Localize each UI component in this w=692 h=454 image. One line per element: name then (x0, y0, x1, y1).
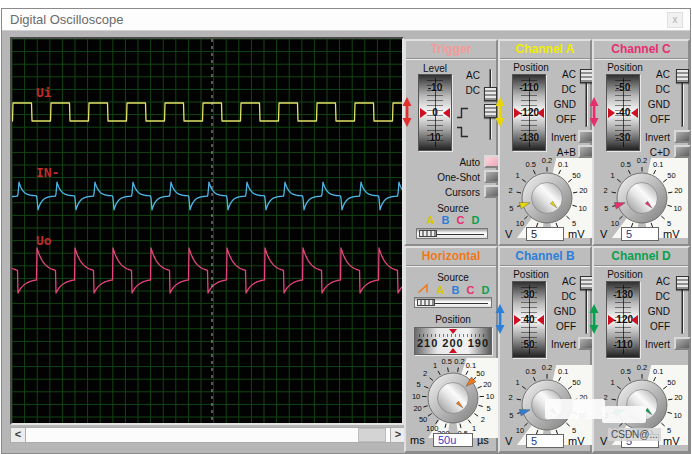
svg-text:Uo: Uo (36, 233, 52, 248)
channel-d-title: Channel D (594, 249, 688, 266)
svg-text:0.2: 0.2 (637, 365, 647, 372)
watermark: CSDN@... (608, 428, 661, 441)
svg-text:1: 1 (472, 424, 476, 433)
scope-display: UiIN-Uo (12, 39, 402, 423)
coupling-off-label: OFF (634, 114, 670, 125)
svg-text:0.2: 0.2 (454, 358, 464, 366)
cursors-label: Cursors (408, 187, 480, 198)
channel-d-coupling-switch[interactable] (676, 275, 690, 335)
sum-a-b-label: A+B (528, 147, 576, 158)
slider-pointer-left-icon (608, 108, 615, 118)
watermark-blur-box (545, 399, 605, 419)
channel-c-panel: Channel C Position -50 -40 -30 AC DC GND… (592, 39, 690, 246)
channel-a-scale-knob[interactable]: 20105210.50.20.150201052 (501, 158, 593, 238)
sum-c-d-label: C+D (622, 147, 670, 158)
coupling-dc-label: DC (540, 84, 576, 95)
svg-text:20: 20 (413, 404, 421, 413)
screen-scrollbar[interactable]: < > (10, 427, 406, 443)
channel-c-coupling-switch[interactable] (676, 68, 690, 128)
unit-left-label: ms (410, 434, 425, 446)
svg-text:0.1: 0.1 (653, 160, 663, 169)
channel-b-position-arrows-icon[interactable] (495, 304, 505, 334)
channel-d-position-slider[interactable]: -130 -120 -110 (606, 281, 640, 358)
svg-text:20: 20 (674, 393, 682, 402)
channel-a-position-arrows-icon[interactable] (495, 97, 505, 127)
svg-text:0.5: 0.5 (526, 160, 536, 169)
channel-d-coupling-handle[interactable] (676, 276, 689, 290)
horizontal-panel: Horizontal Source A B C D Position 210 2… (404, 246, 498, 453)
channel-c-scale-value[interactable]: 5 (621, 227, 659, 241)
coupling-dc-label: DC (634, 291, 670, 302)
scrollbar-thumb[interactable] (358, 428, 386, 442)
horizontal-position-readout: 210 200 190 (415, 337, 491, 349)
channel-a-scale-value[interactable]: 5 (526, 227, 564, 241)
unit-right-label: mV (568, 228, 585, 240)
coupling-ac-label: AC (540, 69, 576, 80)
trigger-source-slider-handle[interactable] (419, 230, 437, 237)
coupling-ac-label: AC (634, 276, 670, 287)
svg-text:0.2: 0.2 (637, 158, 647, 165)
svg-text:20: 20 (579, 186, 587, 195)
svg-text:5: 5 (417, 380, 421, 389)
svg-text:5: 5 (509, 411, 513, 420)
coupling-off-label: OFF (540, 321, 576, 332)
close-button[interactable]: x (667, 12, 683, 28)
coupling-gnd-label: GND (634, 306, 670, 317)
horizontal-source-channels: A B C D (410, 283, 496, 296)
channel-c-position-slider[interactable]: -50 -40 -30 (606, 74, 640, 151)
scope-screen: UiIN-Uo (10, 37, 404, 425)
channel-a-position-slider[interactable]: -110 -120 -130 (512, 74, 546, 151)
close-icon: x (673, 14, 678, 25)
svg-text:50: 50 (667, 171, 675, 180)
scroll-left-button[interactable]: < (10, 427, 26, 443)
slider-pointer-left-icon (420, 108, 427, 118)
coupling-gnd-label: GND (540, 306, 576, 317)
source-b-label: B (452, 284, 460, 296)
horizontal-source-slider[interactable] (414, 297, 492, 308)
svg-text:2: 2 (509, 186, 513, 195)
source-a-label: A (437, 284, 445, 296)
channel-c-scale-knob[interactable]: 20105210.50.20.150201052 (596, 158, 688, 238)
trigger-source-label: Source (416, 203, 490, 214)
channel-b-scale-value[interactable]: 5 (526, 434, 564, 448)
svg-text:10: 10 (516, 219, 524, 228)
channel-c-invert-button[interactable] (674, 130, 691, 143)
titlebar: Digital Oscilloscope x (2, 9, 690, 31)
channel-d-position-arrows-icon[interactable] (589, 304, 599, 334)
svg-text:5: 5 (487, 404, 491, 413)
channel-c-sum-button[interactable] (674, 145, 691, 158)
svg-text:20: 20 (483, 380, 491, 389)
channel-c-coupling-handle[interactable] (676, 69, 689, 83)
coupling-ac-label: AC (634, 69, 670, 80)
source-d-label: D (471, 214, 479, 226)
unit-right-label: mV (663, 435, 680, 447)
svg-text:10: 10 (611, 219, 619, 228)
svg-text:10: 10 (673, 204, 681, 213)
coupling-off-label: OFF (540, 114, 576, 125)
horizontal-position-display[interactable]: 210 200 190 (414, 327, 492, 355)
channel-c-position-arrows-icon[interactable] (589, 97, 599, 127)
ramp-icon (417, 283, 430, 296)
channel-b-title: Channel B (500, 249, 590, 266)
channel-a-panel: Channel A Position -110 -120 -130 AC DC … (498, 39, 592, 246)
svg-text:0.1: 0.1 (558, 160, 568, 169)
source-a-label: A (427, 214, 435, 226)
trigger-level-arrows-icon[interactable] (402, 97, 412, 127)
trigger-level-slider[interactable]: -10 0 10 (418, 74, 452, 151)
svg-text:10: 10 (673, 411, 681, 420)
svg-text:5: 5 (572, 426, 576, 435)
channel-d-invert-button[interactable] (674, 337, 691, 350)
svg-text:2: 2 (509, 393, 513, 402)
coupling-off-label: OFF (634, 321, 670, 332)
scrollbar-track[interactable] (26, 427, 390, 443)
unit-right-label: µs (477, 434, 489, 446)
channel-b-position-slider[interactable]: 30 40 50 (512, 281, 546, 358)
svg-text:50: 50 (476, 369, 484, 378)
svg-text:2: 2 (481, 415, 485, 424)
svg-text:20: 20 (674, 186, 682, 195)
timebase-value[interactable]: 50u (433, 433, 473, 447)
svg-text:50: 50 (667, 378, 675, 387)
horizontal-source-slider-handle[interactable] (417, 299, 435, 306)
trigger-source-slider[interactable] (416, 228, 488, 239)
timebase-knob[interactable]: 2001005020105210.50.20.15020105210.5 (407, 358, 499, 438)
